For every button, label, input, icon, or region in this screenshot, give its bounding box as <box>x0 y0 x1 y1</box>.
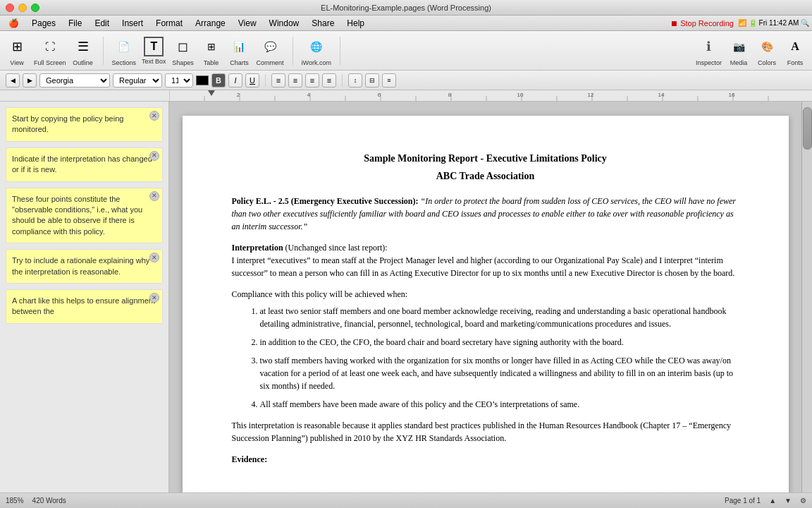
toolbar-iwork[interactable]: 🌐 iWork.com <box>302 35 331 66</box>
sidebar-note-2: ✕ Indicate if the interpretation has cha… <box>6 147 163 182</box>
fonts-icon[interactable]: A <box>784 35 806 58</box>
compliance-item-2: in addition to the CEO, the CFO, the boa… <box>260 336 739 349</box>
colors-icon[interactable]: 🎨 <box>756 35 778 58</box>
table-label: Table <box>204 59 219 66</box>
compliance-item-3: two staff members having worked with the… <box>260 354 739 392</box>
menu-help[interactable]: Help <box>341 17 370 30</box>
menu-format[interactable]: Format <box>150 17 188 30</box>
media-icon[interactable]: 📷 <box>727 35 750 58</box>
toolbar-fullscreen[interactable]: ⛶ Full Screen <box>34 35 66 66</box>
align-justify-button[interactable]: ≡ <box>322 73 336 87</box>
menu-view[interactable]: View <box>233 17 262 30</box>
sidebar-note-4: ✕ Try to include a rationale explaining … <box>6 249 163 284</box>
menu-file[interactable]: File <box>63 17 87 30</box>
align-right-button[interactable]: ≡ <box>305 73 319 87</box>
spacing-button[interactable]: ↕ <box>348 73 362 87</box>
menu-window[interactable]: Window <box>264 17 305 30</box>
toolbar-outline[interactable]: ☰ Outline <box>72 35 94 66</box>
rationale-section: This interpretation is reasonable becaus… <box>232 419 739 445</box>
note-3-close-button[interactable]: ✕ <box>149 191 159 201</box>
close-button[interactable] <box>6 4 14 12</box>
toolbar-sections[interactable]: 📄 Sections <box>112 35 137 66</box>
view-label: View <box>10 59 23 66</box>
sidebar-note-5: ✕ A chart like this helps to ensure alig… <box>6 289 163 324</box>
iwork-icon[interactable]: 🌐 <box>305 35 328 58</box>
evidence-section: Evidence: <box>232 453 739 466</box>
compliance-item-4: All staff members have been made aware o… <box>260 398 739 411</box>
font-style-select[interactable]: Regular <box>113 73 162 87</box>
note-4-close-button[interactable]: ✕ <box>149 253 159 262</box>
toolbar-comment[interactable]: 💬 Comment <box>257 35 284 66</box>
menubar-right: ⏹ Stop Recording 📶 🔋 Fri 11:42 AM 🔍 <box>670 19 809 28</box>
bold-button[interactable]: B <box>211 73 226 87</box>
toolbar-right-group: ℹ Inspector 📷 Media 🎨 Colors A Fonts <box>696 35 806 66</box>
nav-down-button[interactable]: ▼ <box>785 497 792 504</box>
note-5-close-button[interactable]: ✕ <box>149 293 159 303</box>
columns-button[interactable]: ⊟ <box>365 73 379 87</box>
recording-indicator: ⏹ Stop Recording <box>670 19 734 28</box>
fullscreen-label: Full Screen <box>34 59 66 66</box>
scrollbar-thumb[interactable] <box>803 107 812 150</box>
align-left-button[interactable]: ≡ <box>271 73 285 87</box>
svg-text:14: 14 <box>658 92 665 98</box>
align-center-button[interactable]: ≡ <box>288 73 302 87</box>
document-area[interactable]: Sample Monitoring Report - Executive Lim… <box>169 102 801 492</box>
toolbar-textbox[interactable]: T Text Box <box>142 37 166 65</box>
settings-button[interactable]: ⚙ <box>800 497 806 504</box>
note-1-close-button[interactable]: ✕ <box>149 111 159 121</box>
interpretation-header: Interpretation (Unchanged since last rep… <box>232 241 739 254</box>
underline-button[interactable]: U <box>245 73 259 87</box>
evidence-header: Evidence: <box>232 454 268 464</box>
compliance-list: at least two senior staff members and on… <box>232 305 739 411</box>
textbox-icon[interactable]: T <box>144 37 164 56</box>
minimize-button[interactable] <box>18 4 27 12</box>
toolbar-colors[interactable]: 🎨 Colors <box>756 35 778 66</box>
ruler: 2 4 6 8 10 12 14 16 <box>0 90 812 102</box>
outline-icon[interactable]: ☰ <box>72 35 94 58</box>
page-indicator: Page 1 of 1 <box>725 497 761 504</box>
view-icon[interactable]: ⊞ <box>6 35 28 58</box>
view-controls-left[interactable]: ◀ <box>6 73 20 87</box>
italic-button[interactable]: I <box>228 73 242 87</box>
traffic-lights <box>6 4 39 12</box>
font-color-swatch[interactable] <box>196 75 209 85</box>
toolbar-charts[interactable]: 📊 Charts <box>228 35 251 66</box>
list-button[interactable]: ≡ <box>382 73 396 87</box>
fullscreen-icon[interactable]: ⛶ <box>39 35 61 58</box>
comment-icon[interactable]: 💬 <box>259 35 281 58</box>
font-family-select[interactable]: Georgia <box>39 73 110 87</box>
maximize-button[interactable] <box>31 4 39 12</box>
toolbar-media[interactable]: 📷 Media <box>727 35 750 66</box>
window-title: EL-Monitoring-Example.pages (Word Proces… <box>321 4 491 12</box>
svg-text:10: 10 <box>517 92 524 98</box>
inspector-label: Inspector <box>696 59 722 66</box>
shapes-icon[interactable]: ◻ <box>172 35 195 58</box>
interpretation-section: Interpretation (Unchanged since last rep… <box>232 241 739 279</box>
vertical-scrollbar[interactable] <box>801 102 812 492</box>
toolbar-inspector[interactable]: ℹ Inspector <box>696 35 722 66</box>
menu-edit[interactable]: Edit <box>89 17 115 30</box>
toolbar-fonts[interactable]: A Fonts <box>784 35 806 66</box>
menu-arrange[interactable]: Arrange <box>190 17 231 30</box>
menu-apple[interactable]: 🍎 <box>3 17 25 30</box>
menu-insert[interactable]: Insert <box>116 17 149 30</box>
toolbar-view[interactable]: ⊞ View <box>6 35 28 66</box>
sidebar: ✕ Start by copying the policy being moni… <box>0 102 169 492</box>
inspector-icon[interactable]: ℹ <box>697 35 720 58</box>
charts-label: Charts <box>230 59 249 66</box>
menu-share[interactable]: Share <box>306 17 340 30</box>
charts-icon[interactable]: 📊 <box>228 35 251 58</box>
view-controls-right[interactable]: ▶ <box>23 73 37 87</box>
toolbar-table[interactable]: ⊞ Table <box>200 35 223 66</box>
shapes-label: Shapes <box>172 59 194 66</box>
font-size-select[interactable]: 11 <box>165 73 193 87</box>
sidebar-note-3: ✕ These four points constitute the "obse… <box>6 188 163 244</box>
system-status: 📶 🔋 Fri 11:42 AM 🔍 <box>738 19 809 27</box>
nav-up-button[interactable]: ▲ <box>769 497 776 504</box>
menu-pages[interactable]: Pages <box>26 17 61 30</box>
note-2-close-button[interactable]: ✕ <box>149 151 159 161</box>
sidebar-note-1: ✕ Start by copying the policy being moni… <box>6 107 163 142</box>
toolbar-shapes[interactable]: ◻ Shapes <box>172 35 195 66</box>
table-icon[interactable]: ⊞ <box>200 35 223 58</box>
sections-icon[interactable]: 📄 <box>113 35 135 58</box>
